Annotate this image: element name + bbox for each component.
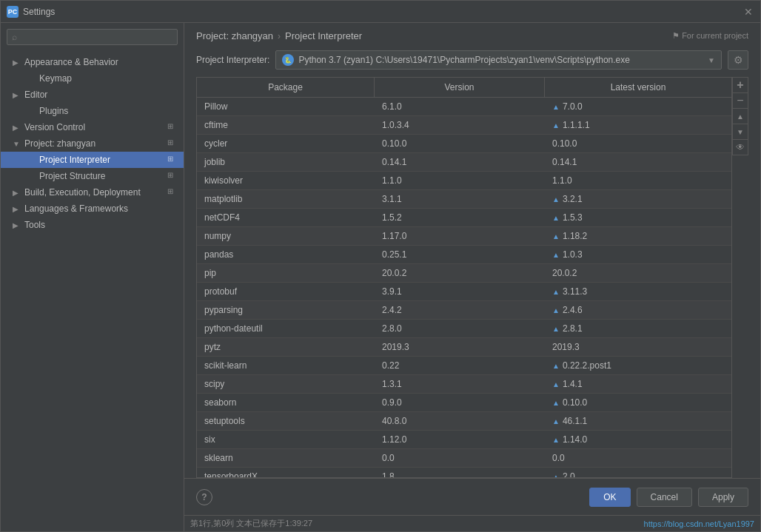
breadcrumb: Project: zhangyan › Project Interpreter … [184,23,760,46]
sidebar-item-project-interpreter[interactable]: Project Interpreter ⊞ [1,152,184,168]
package-latest: 0.14.1 [545,153,731,171]
package-version: 1.8 [375,468,545,477]
table-body: Pillow6.1.0▲7.0.0cftime1.0.3.4▲1.1.1.1cy… [197,98,731,477]
sidebar-item-keymap[interactable]: Keymap [1,70,184,87]
search-input[interactable] [7,29,178,45]
table-row[interactable]: scikit-learn0.22▲0.22.2.post1 [197,357,731,375]
sidebar-item-label: Plugins [39,106,178,116]
package-version: 2.4.2 [375,301,545,319]
table-row[interactable]: python-dateutil2.8.0▲2.8.1 [197,320,731,338]
table-row[interactable]: protobuf3.9.1▲3.11.3 [197,283,731,301]
package-version: 2.8.0 [375,320,545,337]
package-name: protobuf [197,283,375,300]
package-latest: ▲1.4.1 [545,375,731,393]
sidebar-item-tools[interactable]: ▶ Tools [1,217,184,233]
vcs-icon: ⊞ [167,122,178,132]
status-link[interactable]: https://blog.csdn.net/Lyan1997 [644,519,754,528]
bottom-right: OK Cancel Apply [589,488,748,507]
package-version: 3.1.1 [375,190,545,208]
table-row[interactable]: tensorboardX1.8▲2.0 [197,468,731,477]
upgrade-arrow-icon: ▲ [552,362,560,370]
package-name: joblib [197,153,375,171]
interpreter-label: Project Interpreter: [196,55,269,65]
add-package-button[interactable]: + [732,77,748,93]
package-name: seaborn [197,394,375,411]
package-version: 1.5.2 [375,209,545,226]
for-current-project[interactable]: ⚑ For current project [672,31,748,41]
remove-package-button[interactable]: − [732,92,748,109]
table-row[interactable]: numpy1.17.0▲1.18.2 [197,227,731,246]
table-row[interactable]: pyparsing2.4.2▲2.4.6 [197,301,731,320]
table-row[interactable]: pytz2019.32019.3 [197,338,731,357]
package-name: numpy [197,227,375,245]
header-package: Package [197,78,375,97]
upgrade-arrow-icon: ▲ [552,399,560,407]
eye-button[interactable]: 👁 [732,139,748,155]
ok-button[interactable]: OK [589,488,630,507]
sidebar-item-appearance[interactable]: ▶ Appearance & Behavior [1,54,184,70]
package-name: cftime [197,116,375,134]
upgrade-arrow-icon: ▲ [552,214,560,222]
package-name: pip [197,264,375,282]
sidebar-item-label: Build, Execution, Deployment [24,187,164,198]
table-row[interactable]: Pillow6.1.0▲7.0.0 [197,98,731,116]
package-latest: 1.1.0 [545,172,731,189]
close-button[interactable]: ✕ [742,6,754,18]
sidebar-item-project[interactable]: ▼ Project: zhangyan ⊞ [1,135,184,152]
table-row[interactable]: pip20.0.220.0.2 [197,264,731,283]
package-name: netCDF4 [197,209,375,226]
sidebar-item-version-control[interactable]: ▶ Version Control ⊞ [1,119,184,135]
breadcrumb-separator: › [278,31,281,41]
package-name: matplotlib [197,190,375,208]
upgrade-arrow-icon: ▲ [552,380,560,388]
package-name: six [197,431,375,448]
table-row[interactable]: pandas0.25.1▲1.0.3 [197,246,731,264]
sidebar-item-languages[interactable]: ▶ Languages & Frameworks [1,201,184,217]
sidebar-item-plugins[interactable]: Plugins [1,103,184,119]
table-row[interactable]: cftime1.0.3.4▲1.1.1.1 [197,116,731,135]
help-button[interactable]: ? [196,489,212,505]
dropdown-arrow-icon: ▼ [708,56,715,64]
package-version: 0.25.1 [375,246,545,263]
interpreter-select[interactable]: 🐍 Python 3.7 (zyan1) C:\Users\19471\Pych… [275,50,722,70]
table-row[interactable]: netCDF41.5.2▲1.5.3 [197,209,731,227]
upgrade-arrow-icon: ▲ [552,325,560,333]
upgrade-arrow-icon: ▲ [552,417,560,425]
table-row[interactable]: scipy1.3.1▲1.4.1 [197,375,731,394]
table-row[interactable]: kiwisolver1.1.01.1.0 [197,172,731,190]
table-row[interactable]: setuptools40.8.0▲46.1.1 [197,412,731,431]
scroll-down-button[interactable]: ▼ [732,124,748,140]
package-latest: 0.10.0 [545,135,731,152]
upgrade-arrow-icon: ▲ [552,232,560,240]
apply-button[interactable]: Apply [698,488,748,507]
app-icon: PC [7,6,19,18]
python-icon: 🐍 [282,54,294,66]
package-version: 0.9.0 [375,394,545,411]
sidebar-item-label: Project Structure [39,171,164,181]
sidebar-nav: ▶ Appearance & Behavior Keymap ▶ Editor … [1,51,184,531]
package-name: Pillow [197,98,375,115]
package-version: 0.22 [375,357,545,374]
table-row[interactable]: cycler0.10.00.10.0 [197,135,731,153]
table-row[interactable]: joblib0.14.10.14.1 [197,153,731,172]
table-row[interactable]: seaborn0.9.0▲0.10.0 [197,394,731,412]
table-row[interactable]: six1.12.0▲1.14.0 [197,431,731,449]
package-name: sklearn [197,449,375,467]
sidebar-item-project-structure[interactable]: Project Structure ⊞ [1,168,184,184]
breadcrumb-project[interactable]: Project: zhangyan [196,30,273,41]
upgrade-arrow-icon: ▲ [552,288,560,296]
arrow-icon: ▶ [13,124,21,132]
upgrade-arrow-icon: ▲ [552,473,560,478]
cancel-button[interactable]: Cancel [637,488,692,507]
search-box [1,23,184,51]
sidebar-item-build[interactable]: ▶ Build, Execution, Deployment ⊞ [1,184,184,201]
table-row[interactable]: matplotlib3.1.1▲3.2.1 [197,190,731,209]
scroll-up-button[interactable]: ▲ [732,108,748,124]
table-row[interactable]: sklearn0.00.0 [197,449,731,468]
package-latest: ▲1.14.0 [545,431,731,448]
interpreter-gear-button[interactable]: ⚙ [728,50,748,70]
sidebar-item-label: Appearance & Behavior [24,57,178,67]
upgrade-arrow-icon: ▲ [552,306,560,314]
sidebar-item-editor[interactable]: ▶ Editor [1,87,184,103]
package-latest: ▲1.18.2 [545,227,731,245]
